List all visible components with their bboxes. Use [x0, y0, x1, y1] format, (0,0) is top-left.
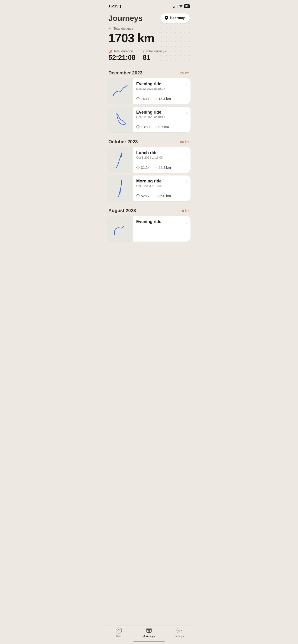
journey-map-dec2 — [107, 107, 133, 132]
journeys-count-value: 81 — [143, 54, 166, 62]
section-distance-arrow-icon-aug: ↔ — [178, 209, 181, 212]
journey-name-oct2: Morning ride — [136, 179, 163, 184]
journey-name-oct1: Lunch ride — [136, 150, 163, 155]
journey-map-oct2 — [107, 176, 133, 201]
battery-indicator: 80 — [184, 4, 190, 8]
distance-arrow-small-icon-3: ↔ — [154, 166, 157, 170]
clock-small-icon-3 — [136, 166, 140, 169]
journey-duration-oct2: 52:17 — [136, 194, 150, 198]
status-time: 16:19 — [108, 4, 122, 8]
journey-name-dec2: Evening ride — [136, 110, 165, 115]
distance-arrow-small-icon-2: ↔ — [154, 125, 157, 129]
journey-card-oct2[interactable]: Morning ride Oct 8 2023 at 10:51 › 52:17… — [107, 176, 191, 201]
journey-date-dec1: Dec 22 2023 at 18:27 — [136, 87, 165, 90]
journey-duration-dec2: 13:50 — [136, 125, 150, 129]
journeys-count-stat: ↑ Total journeys 81 — [143, 50, 166, 62]
section-header-august: August 2023 ↔ 9 km — [104, 204, 194, 216]
svg-point-63 — [181, 7, 181, 8]
signal-bars — [173, 5, 178, 8]
journey-info-oct1: Lunch ride Oct 8 2023 at 13:08 › 31:24 ↔… — [133, 147, 191, 173]
status-bar: 16:19 80 — [104, 0, 194, 11]
chevron-icon-dec1: › — [186, 82, 188, 88]
page-title: Journeys — [108, 14, 143, 23]
section-distance-arrow-icon: ↔ — [176, 71, 179, 75]
section-header-december: December 2023 ↔ 25 km — [104, 66, 194, 78]
location-pin-icon — [165, 16, 168, 20]
journey-card-dec1[interactable]: Evening ride Dec 22 2023 at 18:27 › 16:1… — [107, 78, 191, 104]
total-distance-label: ↔ Total distance — [108, 26, 190, 30]
journey-name-aug1: Evening ride — [136, 219, 161, 224]
heatmap-button[interactable]: Heatmap — [160, 14, 190, 23]
section-distance-august: ↔ 9 km — [178, 209, 190, 212]
journey-duration-oct1: 31:24 — [136, 166, 150, 170]
journey-map-aug1 — [107, 216, 133, 242]
status-icons: 80 — [173, 4, 190, 8]
clock-small-icon-4 — [136, 194, 140, 198]
clock-small-icon — [136, 97, 140, 100]
chevron-icon-oct2: › — [186, 179, 188, 184]
distance-arrow-small-icon-4: ↔ — [154, 194, 157, 198]
journey-map-oct1 — [107, 147, 133, 173]
journey-info-dec2: Evening ride Dec 22 2023 at 18:11 › 13:5… — [133, 107, 191, 132]
chevron-icon-oct1: › — [186, 151, 188, 156]
section-month-october: October 2023 — [108, 139, 138, 144]
section-distance-october: ↔ 80 km — [176, 140, 190, 144]
journey-date-oct1: Oct 8 2023 at 13:08 — [136, 156, 163, 159]
journey-distance-dec2: ↔ 6,7 km — [154, 125, 169, 129]
journey-card-oct1[interactable]: Lunch ride Oct 8 2023 at 13:08 › 31:24 ↔… — [107, 147, 191, 173]
secondary-stats: Total duration 52:21:08 ↑ Total journeys… — [108, 50, 190, 62]
journey-card-aug1[interactable]: Evening ride › — [107, 216, 191, 242]
journey-distance-oct2: ↔ 36,0 km — [154, 194, 171, 198]
section-month-december: December 2023 — [108, 70, 143, 76]
total-distance-value: 1703 km — [108, 32, 190, 45]
section-header-october: October 2023 ↔ 80 km — [104, 135, 194, 147]
duration-stat: Total duration 52:21:08 — [108, 50, 135, 62]
distance-arrow-icon: ↔ — [108, 26, 112, 30]
section-distance-arrow-icon-oct: ↔ — [176, 140, 179, 144]
wifi-icon — [179, 5, 183, 8]
distance-arrow-small-icon: ↔ — [154, 97, 157, 100]
duration-value: 52:21:08 — [108, 54, 135, 62]
section-distance-december: ↔ 25 km — [176, 71, 190, 75]
heatmap-label: Heatmap — [170, 16, 185, 20]
journey-distance-dec1: ↔ 18,4 km — [154, 97, 171, 100]
header-row: Journeys Heatmap — [104, 11, 194, 26]
journey-date-dec2: Dec 22 2023 at 18:11 — [136, 115, 165, 119]
location-icon — [119, 5, 122, 8]
journey-date-oct2: Oct 8 2023 at 10:51 — [136, 184, 163, 188]
chevron-icon-dec2: › — [186, 110, 188, 116]
clock-small-icon-2 — [136, 125, 140, 129]
journey-card-dec2[interactable]: Evening ride Dec 22 2023 at 18:11 › 13:5… — [107, 107, 191, 132]
clock-icon — [108, 50, 112, 53]
section-month-august: August 2023 — [108, 208, 136, 213]
journey-info-aug1: Evening ride › — [133, 216, 191, 242]
journey-distance-oct1: ↔ 44,4 km — [154, 166, 171, 170]
chevron-icon-aug1: › — [186, 220, 188, 225]
stats-section: ↔ Total distance 1703 km Total duration … — [104, 26, 194, 66]
journey-map-dec1 — [107, 78, 133, 104]
up-arrow-icon: ↑ — [143, 50, 144, 53]
journey-duration-dec1: 16:11 — [136, 97, 150, 100]
journey-name-dec1: Evening ride — [136, 82, 165, 86]
journey-info-dec1: Evening ride Dec 22 2023 at 18:27 › 16:1… — [133, 78, 191, 104]
journey-info-oct2: Morning ride Oct 8 2023 at 10:51 › 52:17… — [133, 176, 191, 201]
